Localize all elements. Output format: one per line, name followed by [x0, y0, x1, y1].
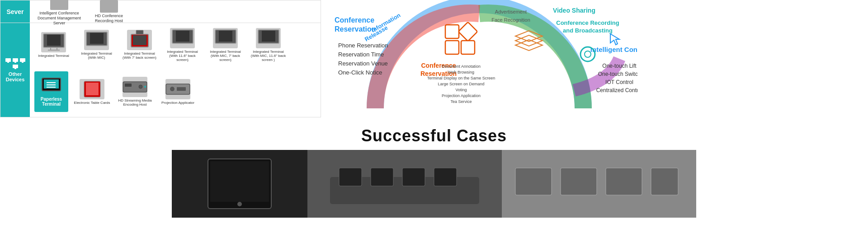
svg-rect-30 [86, 83, 99, 95]
svg-rect-83 [371, 168, 393, 186]
svg-rect-32 [125, 84, 132, 87]
svg-point-36 [170, 87, 175, 91]
svg-text:Conference Recording: Conference Recording [556, 19, 619, 26]
svg-rect-85 [434, 168, 457, 186]
svg-rect-86 [515, 168, 552, 195]
device-integrated-11back: Integrated Terminal (With 11.6" back scr… [163, 28, 202, 62]
svg-text:Reservation: Reservation [335, 25, 376, 33]
case-image-2 [307, 150, 696, 218]
svg-rect-48 [445, 41, 459, 54]
svg-text:Intelligent Control: Intelligent Control [590, 46, 637, 53]
device-projection: Projection Applicator [159, 79, 197, 105]
device-streaming-host: HD Streaming Media Encoding Host [116, 77, 154, 107]
svg-rect-4 [20, 58, 25, 62]
svg-text:One-touch Lift: One-touch Lift [602, 63, 637, 69]
svg-text:One-Click Notice: One-Click Notice [338, 69, 382, 76]
device-img-9 [123, 77, 147, 97]
server-label: Sever [0, 0, 30, 23]
svg-text:Conference: Conference [335, 16, 374, 24]
svg-text:Large Screen on Demand: Large Screen on Demand [438, 82, 484, 86]
svg-point-33 [139, 85, 142, 89]
svg-rect-23 [262, 31, 275, 42]
svg-rect-31 [123, 82, 147, 92]
server-item-1: Intelligent Conference Document Manageme… [34, 0, 84, 26]
svg-rect-84 [402, 168, 425, 186]
svg-text:IOT Control: IOT Control [605, 79, 633, 85]
devices-list: Integrated Terminal Integrated Terminal … [30, 23, 321, 117]
svg-text:Video Sharing: Video Sharing [553, 7, 595, 14]
svg-rect-37 [177, 87, 186, 91]
device-img-3 [127, 30, 152, 50]
device-img-4 [170, 28, 195, 48]
device-integrated-mic: Integrated Terminal (With MIC) [77, 30, 116, 60]
svg-text:Reservation Venue: Reservation Venue [338, 60, 388, 67]
left-panel: Sever Intelligent Conference Document Ma… [0, 0, 321, 117]
device-paperless-terminal: Paperless Terminal [34, 71, 68, 112]
svg-rect-6 [13, 65, 18, 68]
top-row: Sever Intelligent Conference Document Ma… [0, 0, 868, 117]
device-integrated-7back: Integrated Terminal (With 7' back screen… [120, 30, 159, 60]
svg-text:Tea Service: Tea Service [450, 99, 472, 104]
svg-rect-5 [22, 62, 24, 63]
devices-row: Other Devices Integrated Terminal [0, 23, 321, 117]
svg-rect-16 [133, 35, 146, 45]
svg-rect-21 [219, 31, 232, 42]
svg-point-72 [580, 47, 595, 61]
device-img-6 [256, 28, 281, 48]
svg-text:Centralized Control: Centralized Control [596, 87, 637, 93]
svg-text:Advertisement: Advertisement [495, 9, 527, 14]
other-devices-panel: Other Devices [0, 23, 30, 117]
svg-text:Phone Reservation: Phone Reservation [338, 42, 388, 49]
svg-text:Reservation Time: Reservation Time [338, 51, 384, 58]
svg-rect-89 [651, 168, 678, 195]
svg-text:Web Browsing: Web Browsing [448, 70, 474, 75]
svg-rect-47 [458, 22, 477, 41]
svg-text:Projection Application: Projection Application [442, 93, 481, 98]
other-devices-icons [3, 58, 28, 70]
server-row: Sever Intelligent Conference Document Ma… [0, 0, 321, 23]
svg-text:Document Annotation: Document Annotation [442, 64, 481, 69]
svg-rect-76 [210, 161, 269, 202]
device-integrated-mic11: Integrated Terminal (With MIC, 11.6" bac… [249, 28, 288, 62]
svg-rect-1 [7, 62, 9, 63]
device-integrated-mic7: Integrated Terminal (With MIC, 7' back s… [206, 28, 245, 62]
device-img-1 [41, 32, 66, 52]
cases-images [0, 150, 868, 218]
svg-text:Terminal Display on the Same S: Terminal Display on the Same Screen [427, 76, 495, 80]
svg-rect-0 [5, 58, 11, 62]
svg-rect-9 [47, 35, 61, 46]
svg-point-34 [144, 86, 146, 88]
device-img-2 [84, 30, 109, 50]
server-item-2: HD Conference Recording Host [84, 0, 134, 23]
svg-rect-82 [339, 168, 362, 186]
middle-panel: Conference Reservation Phone Reservation… [321, 0, 637, 117]
svg-rect-49 [461, 41, 475, 54]
device-img-8 [80, 79, 104, 99]
page-container: Sever Intelligent Conference Document Ma… [0, 0, 868, 222]
svg-rect-19 [176, 31, 189, 42]
device-img-10 [165, 79, 190, 99]
svg-rect-88 [606, 168, 642, 195]
svg-point-73 [585, 51, 591, 57]
svg-rect-87 [561, 168, 597, 195]
other-devices-label: Other Devices [3, 71, 28, 82]
svg-rect-2 [13, 58, 18, 62]
svg-text:Voting: Voting [455, 88, 467, 92]
svg-rect-7 [14, 68, 16, 69]
case-image-1 [172, 150, 307, 218]
device-table-cards: Electronic Table Cards [73, 79, 111, 105]
svg-rect-46 [445, 25, 459, 38]
server-items-row: Intelligent Conference Document Manageme… [30, 0, 321, 23]
device-integrated-terminal: Integrated Terminal [34, 32, 73, 58]
svg-text:Face Recognition: Face Recognition [491, 17, 530, 23]
svg-text:One-touch Switch: One-touch Switch [598, 71, 637, 77]
svg-text:and Broadcasting: and Broadcasting [563, 27, 613, 34]
svg-rect-3 [14, 62, 16, 63]
successful-cases-title: Successful Cases [0, 126, 868, 145]
svg-rect-14 [90, 33, 104, 44]
svg-point-77 [237, 202, 242, 206]
device-img-5 [213, 28, 238, 48]
diagram-svg: Conference Reservation Phone Reservation… [321, 0, 637, 117]
cases-section: Successful Cases [0, 117, 868, 222]
svg-rect-17 [136, 30, 143, 34]
